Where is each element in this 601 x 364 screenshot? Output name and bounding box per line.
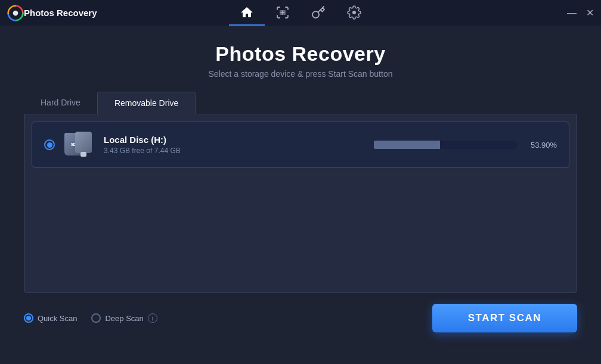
radio-dot (47, 142, 52, 148)
quick-scan-label: Quick Scan (38, 314, 77, 323)
bottom-bar: Quick Scan Deep Scan i START SCAN (24, 293, 577, 332)
minimize-button[interactable]: — (567, 8, 577, 18)
progress-used (374, 141, 440, 149)
scan-options: Quick Scan Deep Scan i (24, 313, 157, 323)
key-icon (311, 5, 326, 20)
window-controls: — ✕ (567, 8, 594, 18)
nav-tabs (229, 0, 372, 26)
drive-progress-bar (374, 141, 517, 149)
drive-info: Local Disc (H:) 3.43 GB free of 7.44 GB (104, 135, 374, 155)
drive-icon: SD (64, 132, 95, 158)
nav-tab-key[interactable] (300, 0, 336, 26)
title-bar: Photos Recovery (0, 0, 601, 26)
drive-list: SD Local Disc (H:) 3.43 GB free of 7.44 … (24, 114, 577, 293)
deep-scan-label: Deep Scan (105, 314, 143, 323)
quick-scan-option[interactable]: Quick Scan (24, 313, 77, 323)
app-logo-icon (7, 5, 24, 21)
page-subtitle: Select a storage device & press Start Sc… (24, 69, 577, 79)
drive-select-radio[interactable] (44, 139, 55, 150)
drive-progress-wrap: 53.90% (374, 141, 557, 150)
svg-point-1 (13, 10, 18, 15)
nav-tab-settings[interactable] (336, 0, 372, 26)
nav-tab-scan[interactable] (265, 0, 300, 26)
drive-tabs: Hard Drive Removable Drive (24, 92, 577, 114)
tab-removable-drive[interactable]: Removable Drive (97, 92, 196, 114)
info-icon[interactable]: i (148, 313, 157, 323)
home-icon (240, 5, 254, 20)
drive-percent: 53.90% (524, 141, 557, 150)
scan-icon (275, 5, 290, 20)
page-title: Photos Recovery (24, 42, 577, 66)
tab-hard-drive[interactable]: Hard Drive (24, 92, 97, 114)
deep-scan-radio[interactable] (91, 313, 101, 323)
start-scan-button[interactable]: START SCAN (432, 304, 577, 332)
drive-size: 3.43 GB free of 7.44 GB (104, 147, 374, 155)
radio-dot (26, 316, 31, 321)
drive-item[interactable]: SD Local Disc (H:) 3.43 GB free of 7.44 … (32, 122, 569, 168)
nav-tab-home[interactable] (229, 0, 265, 26)
settings-icon (347, 5, 361, 20)
deep-scan-option[interactable]: Deep Scan i (91, 313, 157, 323)
close-button[interactable]: ✕ (586, 8, 594, 18)
header: Photos Recovery Select a storage device … (24, 26, 577, 92)
main-content: Photos Recovery Select a storage device … (0, 26, 601, 332)
quick-scan-radio[interactable] (24, 313, 33, 323)
progress-free (440, 141, 517, 149)
drive-name: Local Disc (H:) (104, 135, 374, 145)
